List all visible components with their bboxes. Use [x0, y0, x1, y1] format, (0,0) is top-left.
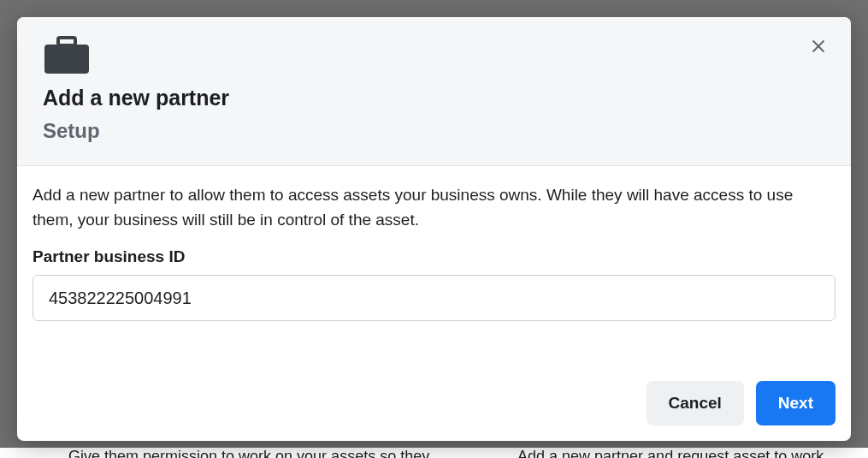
modal-title: Add a new partner: [43, 86, 825, 110]
background-obscured-text: Give them permission to work on your ass…: [0, 448, 868, 458]
add-partner-modal: Add a new partner Setup Add a new partne…: [17, 17, 851, 441]
briefcase-icon: [43, 36, 91, 75]
svg-rect-3: [58, 38, 75, 45]
modal-subtitle: Setup: [43, 119, 825, 143]
close-button[interactable]: [806, 36, 830, 60]
svg-rect-2: [44, 45, 89, 74]
close-icon: [809, 37, 828, 59]
modal-body: Add a new partner to allow them to acces…: [17, 166, 851, 369]
cancel-button[interactable]: Cancel: [647, 381, 744, 425]
modal-header: Add a new partner Setup: [17, 17, 851, 166]
next-button[interactable]: Next: [756, 381, 836, 425]
partner-id-label: Partner business ID: [32, 247, 836, 266]
modal-footer: Cancel Next: [17, 369, 851, 441]
modal-description: Add a new partner to allow them to acces…: [32, 183, 836, 232]
partner-id-input[interactable]: [32, 275, 836, 321]
